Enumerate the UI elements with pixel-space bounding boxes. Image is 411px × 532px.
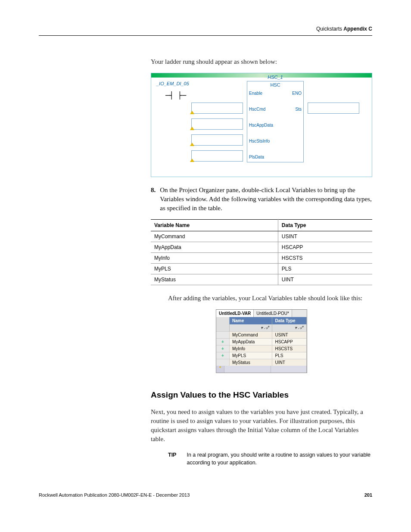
col-name[interactable]: Name [230, 317, 272, 324]
table-row: MyAppDataHSCAPP [151, 242, 372, 253]
contact-block: _IO_EM_DI_05 ─┤ ├─ [156, 81, 195, 100]
contact-label: _IO_EM_DI_05 [156, 81, 195, 86]
tip-label: TIP [168, 451, 176, 467]
lv-row[interactable]: MyCommand USINT [216, 331, 307, 338]
warn-icon [190, 143, 194, 146]
pin-enable: Enable [249, 91, 262, 96]
pin-hsccmd: HscCmd [249, 107, 265, 112]
tip-block: TIP In a real program, you should write … [151, 451, 372, 467]
step-number: 8. [151, 186, 156, 213]
ladder-figure: _IO_EM_DI_05 ─┤ ├─ HSC_1 HSC Enable ENO [151, 73, 372, 177]
footer-page-number: 201 [364, 492, 372, 498]
expand-icon [216, 332, 230, 338]
lv-row[interactable]: MyStatus UINT [216, 359, 307, 366]
table-row: MyCommandUSINT [151, 231, 372, 242]
tab-pou[interactable]: UntitledLD-POU* [254, 310, 292, 317]
warn-icon [190, 159, 194, 162]
local-vars-figure: UntitledLD-VAR UntitledLD-POU* Name Data… [216, 309, 307, 373]
expand-icon[interactable]: + [216, 345, 230, 352]
page-header: Quickstarts Appendix C [39, 26, 372, 36]
warn-icon [190, 111, 194, 114]
tip-text: In a real program, you should write a ro… [187, 451, 372, 467]
pin-plsdata: PlsData [249, 155, 264, 159]
lv-row[interactable]: + MyPLS PLS [216, 352, 307, 359]
filter-datatype[interactable]: ▾ 𝒜* [272, 324, 307, 331]
table-row: MyStatusUINT [151, 274, 372, 285]
lv-row[interactable]: + MyInfo HSCSTS [216, 345, 307, 352]
step-8: 8. On the Project Organizer pane, double… [151, 186, 372, 213]
footer-publication: Rockwell Automation Publication 2080-UM0… [39, 492, 190, 498]
function-block: HSC_1 HSC Enable ENO HscCmd Sts [247, 81, 304, 162]
filter-name[interactable]: ▾ 𝒜* [230, 324, 272, 331]
lv-row[interactable]: + MyAppData HSCAPP [216, 338, 307, 345]
fb-type-name: HSC [247, 81, 303, 88]
step-text: On the Project Organizer pane, double-cl… [160, 186, 372, 213]
th-datatype: Data Type [278, 220, 372, 231]
header-appendix: Appendix C [343, 26, 372, 32]
col-datatype[interactable]: Data Type [272, 317, 307, 324]
th-varname: Variable Name [151, 220, 278, 231]
tab-var[interactable]: UntitledLD-VAR [216, 310, 254, 317]
warn-icon [190, 127, 194, 130]
header-section: Quickstarts [316, 26, 342, 32]
pin-hscappdata: HscAppData [249, 123, 273, 128]
expand-icon[interactable]: + [216, 339, 230, 345]
page-footer: Rockwell Automation Publication 2080-UM0… [39, 492, 372, 498]
expand-icon [216, 359, 230, 366]
expand-icon[interactable]: + [216, 352, 230, 359]
section-heading: Assign Values to the HSC Variables [151, 390, 372, 400]
contact-symbol: ─┤ ├─ [156, 91, 195, 100]
new-row-icon[interactable]: * [216, 366, 224, 373]
fb-instance-name: HSC_1 [247, 75, 303, 80]
pin-eno: ENO [292, 91, 302, 96]
after-text: After adding the variables, your Local V… [168, 294, 372, 303]
pin-sts: Sts [296, 107, 302, 112]
table-row: MyInfoHSCSTS [151, 253, 372, 264]
section-body: Next, you need to assign values to the v… [151, 408, 372, 444]
pin-hscstsinfo: HscStsInfo [249, 139, 270, 143]
intro-text: Your ladder rung should appear as shown … [151, 57, 372, 66]
variables-table: Variable Name Data Type MyCommandUSINT M… [151, 219, 372, 285]
table-row: MyPLSPLS [151, 264, 372, 274]
